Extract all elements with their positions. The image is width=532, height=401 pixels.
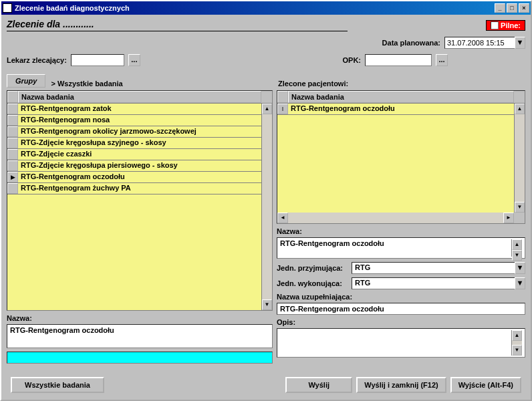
vertical-scrollbar[interactable]: ▲ ▼ — [511, 239, 522, 257]
data-planowana-combo[interactable]: ▼ — [444, 37, 525, 49]
table-row[interactable]: RTG-Zdjęcie kręgosłupa piersiowego - sko… — [7, 160, 261, 172]
scroll-up-icon[interactable]: ▲ — [262, 104, 272, 114]
wszystkie-badania-button[interactable]: Wszystkie badania — [11, 377, 104, 393]
tab-grupy[interactable]: Grupy — [7, 74, 45, 88]
pilne-checkbox[interactable] — [491, 21, 499, 29]
zlecone-grid[interactable]: Nazwa badania IRTG-Rentgenogram oczodołu… — [277, 90, 525, 224]
scroll-left-icon[interactable]: ◄ — [277, 213, 288, 223]
row-indicator: I — [277, 104, 288, 114]
status-bar — [7, 352, 273, 364]
table-row[interactable]: RTG-Rentgenogram okolicy jarzmowo-szczęk… — [7, 126, 261, 138]
wyjscie-button[interactable]: Wyjście (Alt-F4) — [450, 377, 521, 393]
row-indicator — [7, 138, 18, 148]
opk-lookup-button[interactable]: ... — [436, 54, 448, 66]
cell-nazwa: RTG-Rentgenogram nosa — [18, 115, 261, 126]
table-row[interactable]: IRTG-Rentgenogram oczodołu — [277, 104, 514, 115]
minimize-button[interactable]: _ — [495, 3, 505, 13]
column-header-nazwa-right[interactable]: Nazwa badania — [288, 91, 514, 103]
opk-label: OPK: — [343, 56, 362, 64]
row-indicator — [7, 183, 18, 194]
table-row[interactable]: RTG-Zdjęcie czaszki — [7, 149, 261, 160]
pilne-label: Pilne: — [501, 21, 521, 29]
nazwa-textarea-right[interactable]: RTG-Rentgenogram oczodołu ▲ ▼ — [277, 237, 525, 259]
scroll-up-icon[interactable]: ▲ — [512, 330, 522, 341]
cell-nazwa: RTG-Rentgenogram oczodołu — [18, 172, 261, 182]
chevron-down-icon[interactable]: ▼ — [515, 37, 525, 49]
scroll-right-icon[interactable]: ► — [503, 213, 514, 223]
row-indicator — [7, 126, 18, 137]
window-title: Zlecenie badań diagnostycznych — [15, 4, 130, 12]
scroll-down-icon[interactable]: ▼ — [512, 250, 522, 261]
nazwa-label-right: Nazwa: — [277, 227, 525, 235]
vertical-scrollbar[interactable]: ▲ ▼ — [261, 104, 272, 310]
data-planowana-input[interactable] — [444, 37, 515, 49]
jedn-przyj-label: Jedn. przyjmująca: — [277, 264, 349, 272]
nazwa-uzup-label: Nazwa uzupełniająca: — [277, 293, 525, 301]
scroll-down-icon[interactable]: ▼ — [262, 299, 272, 310]
vertical-scrollbar[interactable]: ▲ ▼ — [511, 330, 522, 356]
jedn-wyk-label: Jedn. wykonująca: — [277, 279, 349, 287]
scroll-down-icon[interactable]: ▼ — [515, 202, 525, 213]
zlecone-label: Zlecone pacjentowi: — [278, 80, 525, 88]
page-title: Zlecenie dla ............ — [7, 19, 348, 31]
lekarz-label: Lekarz zlecający: — [7, 56, 67, 64]
table-row[interactable]: ▶RTG-Rentgenogram oczodołu — [7, 172, 261, 183]
breadcrumb: > Wszystkie badania — [51, 80, 122, 88]
titlebar: Zlecenie badań diagnostycznych _ □ × — [1, 1, 531, 15]
pilne-badge[interactable]: Pilne: — [486, 20, 525, 31]
cell-nazwa: RTG-Rentgenogram żuchwy PA — [18, 183, 261, 194]
cell-nazwa: RTG-Zdjęcie czaszki — [18, 149, 261, 160]
opk-input[interactable] — [365, 54, 432, 66]
nazwa-uzup-input[interactable]: RTG-Rentgenogram oczodołu — [277, 303, 525, 315]
main-window: Zlecenie badań diagnostycznych _ □ × Zle… — [0, 0, 532, 401]
opis-textarea[interactable]: ▲ ▼ — [277, 328, 525, 358]
vertical-scrollbar[interactable]: ▲ ▼ — [514, 104, 525, 213]
lekarz-input[interactable] — [71, 54, 124, 66]
scroll-down-icon[interactable]: ▼ — [512, 345, 522, 356]
horizontal-scrollbar[interactable]: ◄ ► — [277, 213, 525, 223]
app-icon — [3, 3, 12, 13]
nazwa-textarea-left[interactable]: RTG-Rentgenogram oczodołu — [7, 324, 273, 348]
row-indicator: ▶ — [7, 172, 18, 182]
column-header-nazwa[interactable]: Nazwa badania — [18, 91, 261, 103]
table-row[interactable]: RTG-Zdjęcie kręgosłupa szyjnego - skosy — [7, 138, 261, 149]
scroll-up-icon[interactable]: ▲ — [512, 239, 522, 250]
jedn-wyk-combo[interactable]: RTG ▼ — [352, 277, 525, 289]
scroll-up-icon[interactable]: ▲ — [515, 104, 525, 114]
table-row[interactable]: RTG-Rentgenogram zatok — [7, 104, 261, 115]
data-planowana-label: Data planowana: — [382, 39, 440, 47]
chevron-down-icon[interactable]: ▼ — [515, 262, 525, 274]
row-indicator — [7, 149, 18, 160]
table-row[interactable]: RTG-Rentgenogram nosa — [7, 115, 261, 126]
grid-corner — [7, 91, 18, 103]
nazwa-label-left: Nazwa: — [7, 314, 273, 322]
close-button[interactable]: × — [519, 3, 529, 13]
cell-nazwa: RTG-Zdjęcie kręgosłupa piersiowego - sko… — [18, 160, 261, 171]
grid-corner — [277, 91, 288, 103]
lekarz-lookup-button[interactable]: ... — [128, 54, 140, 66]
cell-nazwa: RTG-Rentgenogram okolicy jarzmowo-szczęk… — [18, 126, 261, 137]
wyslij-zamknij-button[interactable]: Wyślij i zamknij (F12) — [356, 377, 446, 393]
table-row[interactable]: RTG-Rentgenogram żuchwy PA — [7, 183, 261, 194]
opis-label: Opis: — [277, 318, 525, 326]
badania-grid[interactable]: Nazwa badania RTG-Rentgenogram zatokRTG-… — [7, 90, 273, 311]
wyslij-button[interactable]: Wyślij — [285, 377, 352, 393]
row-indicator — [7, 160, 18, 171]
cell-nazwa: RTG-Rentgenogram oczodołu — [288, 104, 514, 114]
row-indicator — [7, 115, 18, 126]
cell-nazwa: RTG-Zdjęcie kręgosłupa szyjnego - skosy — [18, 138, 261, 148]
row-indicator — [7, 104, 18, 114]
cell-nazwa: RTG-Rentgenogram zatok — [18, 104, 261, 114]
maximize-button[interactable]: □ — [507, 3, 517, 13]
jedn-przyj-combo[interactable]: RTG ▼ — [352, 262, 525, 274]
chevron-down-icon[interactable]: ▼ — [515, 277, 525, 289]
